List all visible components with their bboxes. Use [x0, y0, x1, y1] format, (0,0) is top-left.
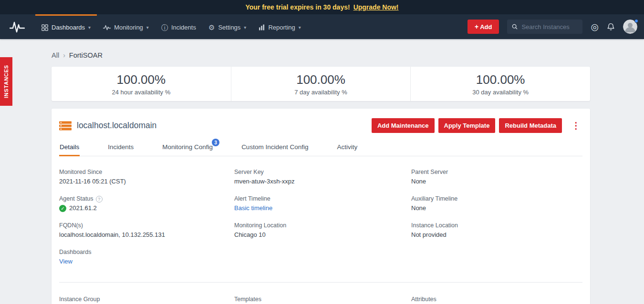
- tab-custom-incident-config[interactable]: Custom Incident Config: [241, 143, 309, 156]
- settings-gear-icon: ⚙: [208, 24, 215, 31]
- field-dashboards: Dashboards View: [59, 249, 234, 265]
- details-column-3: Parent Server None Auxiliary Timeline No…: [411, 169, 582, 275]
- details-column-2: Server Key mven-atuw-3xsh-xxpz Alert Tim…: [234, 169, 411, 275]
- stat-24-hour: 100.00% 24 hour availability %: [52, 67, 231, 101]
- nav-item-label: Settings: [218, 24, 240, 31]
- field-label: Server Key: [234, 169, 411, 176]
- tab-label: Incidents: [108, 143, 134, 151]
- chevron-down-icon: ▾: [299, 25, 301, 30]
- tab-monitoring-config[interactable]: Monitoring Config 3: [162, 143, 213, 156]
- field-label: Monitored Since: [59, 169, 234, 176]
- field-value: Not provided: [411, 231, 582, 239]
- help-icon[interactable]: ?: [96, 196, 103, 203]
- add-button[interactable]: + Add: [467, 20, 499, 34]
- app-logo[interactable]: [0, 14, 35, 39]
- field-parent-server: Parent Server None: [411, 169, 582, 185]
- more-actions-button[interactable]: ⋮: [570, 121, 582, 130]
- add-maintenance-button[interactable]: Add Maintenance: [372, 118, 435, 133]
- tab-count-badge: 3: [212, 139, 219, 146]
- field-auxiliary-timeline: Auxiliary Timeline None: [411, 195, 582, 212]
- breadcrumb-current: FortiSOAR: [69, 51, 103, 59]
- rebuild-metadata-button[interactable]: Rebuild Metadata: [499, 118, 562, 133]
- chevron-down-icon: ▾: [244, 25, 246, 30]
- tab-label: Custom Incident Config: [241, 143, 308, 151]
- section-divider: [59, 282, 582, 283]
- field-instance-group: Instance Group All › FortiSOAR: [59, 296, 234, 304]
- field-label: Dashboards: [59, 249, 234, 256]
- stat-label: 30 day availability %: [472, 89, 529, 96]
- field-monitored-since: Monitored Since 2021-11-16 05:21 (CST): [59, 169, 234, 185]
- tab-details[interactable]: Details: [59, 143, 80, 156]
- field-instance-location: Instance Location Not provided: [411, 222, 582, 239]
- stat-label: 24 hour availability %: [112, 89, 170, 96]
- instance-title-group: localhost.localdomain: [59, 121, 156, 131]
- tab-label: Monitoring Config: [162, 143, 213, 151]
- instance-detail-card: localhost.localdomain Add Maintenance Ap…: [52, 109, 590, 304]
- tab-label: Details: [60, 143, 79, 151]
- bottom-grid: Instance Group All › FortiSOAR Templates…: [59, 296, 582, 304]
- reporting-chart-icon: [259, 24, 265, 30]
- dashboards-grid-icon: [42, 24, 48, 31]
- tab-label: Activity: [337, 143, 357, 151]
- nav-item-settings[interactable]: ⚙ Settings ▾: [202, 14, 252, 39]
- presence-dot: [634, 19, 638, 23]
- instance-tabs: Details Incidents Monitoring Config 3 Cu…: [59, 143, 582, 156]
- nav-item-incidents[interactable]: ⓘ Incidents: [155, 14, 202, 39]
- user-avatar[interactable]: [623, 20, 637, 34]
- field-attributes: Attributes None: [411, 296, 582, 304]
- instance-card-header: localhost.localdomain Add Maintenance Ap…: [59, 118, 582, 133]
- dashboards-view-link[interactable]: View: [59, 258, 73, 265]
- field-label: Templates: [234, 296, 411, 303]
- notifications-button[interactable]: [607, 23, 615, 31]
- tab-activity[interactable]: Activity: [336, 143, 358, 156]
- bell-icon: [607, 23, 615, 31]
- search-box[interactable]: [507, 20, 582, 34]
- apply-template-button[interactable]: Apply Template: [438, 118, 496, 133]
- field-label: Monitoring Location: [234, 222, 411, 229]
- server-rack-icon: [59, 121, 72, 131]
- trial-banner-text: Your free trial expires in 30 days!: [245, 3, 350, 11]
- status-ring-button[interactable]: ◎: [591, 22, 599, 31]
- instances-side-tab[interactable]: INSTANCES: [0, 57, 12, 106]
- stat-7-day: 100.00% 7 day availability %: [231, 67, 411, 101]
- breadcrumb-separator-icon: ›: [63, 51, 65, 59]
- field-value: None: [411, 178, 582, 185]
- breadcrumb-all-link[interactable]: All: [52, 51, 59, 59]
- field-label: Alert Timeline: [234, 195, 411, 203]
- field-label: Agent Status: [59, 195, 93, 203]
- agent-version: 2021.61.2: [69, 204, 97, 212]
- nav-item-monitoring[interactable]: Monitoring ▾: [97, 14, 155, 39]
- top-navbar: Dashboards ▾ Monitoring ▾ ⓘ Incidents ⚙ …: [0, 14, 644, 39]
- agent-ok-icon: ✓: [59, 205, 66, 212]
- field-label: Parent Server: [411, 169, 582, 176]
- nav-item-dashboards[interactable]: Dashboards ▾: [35, 14, 97, 39]
- field-agent-status: Agent Status ? ✓ 2021.61.2: [59, 195, 234, 212]
- stat-value: 100.00%: [117, 72, 166, 87]
- nav-item-label: Reporting: [268, 24, 295, 31]
- nav-item-reporting[interactable]: Reporting ▾: [252, 14, 307, 39]
- field-label: Auxiliary Timeline: [411, 195, 582, 203]
- field-label: FQDN(s): [59, 222, 234, 229]
- navbar-right-group: + Add ◎: [467, 14, 637, 39]
- field-value: Chicago 10: [234, 231, 411, 239]
- availability-stats-card: 100.00% 24 hour availability % 100.00% 7…: [52, 67, 590, 101]
- field-label: Instance Group: [59, 296, 234, 303]
- basic-timeline-link[interactable]: Basic timeline: [234, 204, 272, 212]
- status-ring-icon: ◎: [591, 22, 599, 31]
- incidents-info-icon: ⓘ: [161, 24, 168, 31]
- stat-30-day: 100.00% 30 day availability %: [410, 67, 590, 101]
- search-input[interactable]: [521, 23, 578, 30]
- upgrade-now-link[interactable]: Upgrade Now!: [353, 3, 399, 11]
- tab-incidents[interactable]: Incidents: [107, 143, 134, 156]
- nav-item-label: Incidents: [171, 24, 196, 31]
- monitoring-pulse-icon: [103, 25, 111, 30]
- field-alert-timeline: Alert Timeline Basic timeline: [234, 195, 411, 212]
- plus-icon: +: [475, 23, 478, 30]
- field-value: 2021-11-16 05:21 (CST): [59, 178, 234, 185]
- breadcrumb: All › FortiSOAR: [52, 39, 590, 59]
- add-button-label: Add: [480, 23, 492, 30]
- field-templates: Templates FortiSOAR ↻ × Linux - Core ↻ ×…: [234, 296, 411, 304]
- field-value: mven-atuw-3xsh-xxpz: [234, 178, 411, 185]
- field-server-key: Server Key mven-atuw-3xsh-xxpz: [234, 169, 411, 185]
- nav-item-label: Monitoring: [114, 24, 143, 31]
